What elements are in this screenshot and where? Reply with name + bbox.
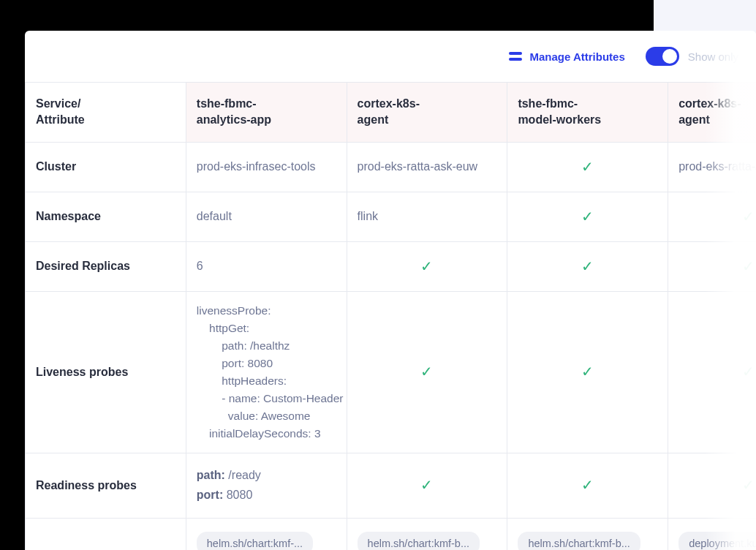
service-header: cortex-k8s-agent <box>347 83 507 143</box>
service-header: tshe-fbmc-analytics-app <box>186 83 347 143</box>
show-only-toggle[interactable] <box>646 47 679 66</box>
label-pill[interactable]: helm.sh/chart:kmf-b... <box>518 532 640 551</box>
check-icon: ✓ <box>742 361 755 383</box>
attr-value: helm.sh/chart:kmf-b... app.kubernetes.io… <box>347 518 507 550</box>
corner-header: Service/ Attribute <box>26 83 186 143</box>
attr-value: helm.sh/chart:kmf-b... <box>507 518 668 550</box>
service-header: tshe-fbmc-model-workers <box>507 83 668 143</box>
svg-rect-1 <box>509 58 522 61</box>
toggle-knob <box>662 49 677 64</box>
check-icon: ✓ <box>420 361 433 383</box>
attr-value-check: ✓ <box>347 453 507 518</box>
attr-value: flink <box>347 192 507 241</box>
table-row: Desired Replicas 6 ✓ ✓ ✓ <box>26 241 757 291</box>
label-pill[interactable]: deployment.kuberne... <box>678 532 756 551</box>
manage-attributes-button[interactable]: Manage Attributes <box>509 50 624 63</box>
service-header: cortex-k8s-agent <box>668 83 756 143</box>
check-icon: ✓ <box>420 255 433 278</box>
attr-value-check: ✓ <box>668 192 756 241</box>
check-icon: ✓ <box>742 255 755 278</box>
attr-label: Readiness probes <box>26 453 186 518</box>
check-icon: ✓ <box>742 206 755 228</box>
label-pill[interactable]: helm.sh/chart:kmf-... <box>197 532 313 551</box>
check-icon: ✓ <box>420 474 433 497</box>
label-pill[interactable]: helm.sh/chart:kmf-b... <box>358 532 480 551</box>
attr-value: 6 <box>186 241 347 291</box>
attr-value-check: ✓ <box>668 241 756 291</box>
manage-attributes-label: Manage Attributes <box>529 50 624 63</box>
table-row: Cluster prod-eks-infrasec-tools prod-eks… <box>26 142 757 192</box>
attr-label: Namespace <box>26 192 186 241</box>
attr-value: prod-eks-ratta-ask-euw <box>668 142 756 192</box>
attr-value: path: /ready port: 8080 <box>186 453 347 518</box>
check-icon: ✓ <box>581 206 594 228</box>
table-row: Readiness probes path: /ready port: 8080… <box>26 453 757 518</box>
attr-value: prod-eks-infrasec-tools <box>186 142 347 192</box>
check-icon: ✓ <box>581 361 594 383</box>
toolbar: Manage Attributes Show only <box>25 31 756 82</box>
attr-value: livenessProbe: httpGet: path: /healthz p… <box>186 291 347 453</box>
attr-value: helm.sh/chart:kmf-... app.kubernetes.io/… <box>186 518 347 550</box>
svg-rect-0 <box>509 52 522 55</box>
attr-value-check: ✓ <box>507 291 668 453</box>
attr-value-check: ✓ <box>507 142 668 192</box>
check-icon: ✓ <box>581 474 594 497</box>
liveness-yaml: livenessProbe: httpGet: path: /healthz p… <box>197 302 336 442</box>
attr-value-check: ✓ <box>507 453 668 518</box>
attr-label: Cluster <box>26 142 186 192</box>
attr-label: Liveness probes <box>26 291 186 453</box>
show-only-toggle-group: Show only <box>646 47 738 66</box>
comparison-table: Service/ Attribute tshe-fbmc-analytics-a… <box>25 82 756 550</box>
attr-value-check: ✓ <box>347 291 507 453</box>
check-icon: ✓ <box>742 474 755 497</box>
attr-value-check: ✓ <box>347 241 507 291</box>
table-row: Liveness probes livenessProbe: httpGet: … <box>26 291 757 453</box>
attr-value-check: ✓ <box>507 241 668 291</box>
check-icon: ✓ <box>581 255 594 278</box>
attr-value-check: ✓ <box>668 291 756 453</box>
show-only-label: Show only <box>688 50 738 63</box>
attr-label: Desired Replicas <box>26 241 186 291</box>
comparison-panel: Manage Attributes Show only Service/ Att… <box>25 31 756 550</box>
table-row: Labels helm.sh/chart:kmf-... app.kuberne… <box>26 518 757 550</box>
attr-value-check: ✓ <box>507 192 668 241</box>
attr-value-check: ✓ <box>668 453 756 518</box>
attr-value: deployment.kuberne... <box>668 518 756 550</box>
check-icon: ✓ <box>581 156 594 178</box>
attr-label: Labels <box>26 518 186 550</box>
attr-value: default <box>186 192 347 241</box>
table-row: Namespace default flink ✓ ✓ <box>26 192 757 241</box>
attr-value: prod-eks-ratta-ask-euw <box>347 142 507 192</box>
list-icon <box>509 51 522 61</box>
